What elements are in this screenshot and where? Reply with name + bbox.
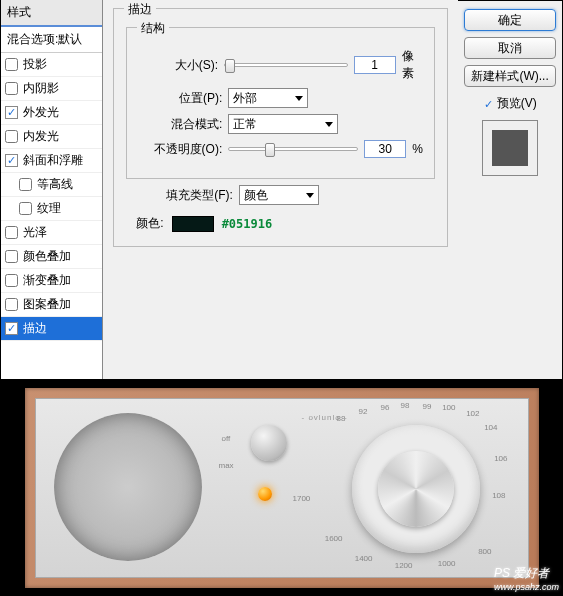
- preview-swatch-box: [482, 120, 538, 176]
- structure-title: 结构: [137, 20, 169, 37]
- style-outer-glow[interactable]: ✓外发光: [1, 101, 102, 125]
- fill-type-label: 填充类型(F):: [166, 187, 233, 204]
- blend-options-default[interactable]: 混合选项:默认: [1, 27, 102, 53]
- speaker-grill: [54, 413, 202, 561]
- max-label: max: [219, 461, 234, 470]
- tuning-dial: [352, 425, 480, 553]
- slider-thumb[interactable]: [265, 143, 275, 157]
- preview-checkbox-row[interactable]: ✓ 预览(V): [464, 95, 556, 112]
- style-texture[interactable]: 纹理: [1, 197, 102, 221]
- blend-mode-dropdown[interactable]: 正常: [228, 114, 338, 134]
- color-hex: #051916: [222, 217, 273, 231]
- layer-style-dialog: 样式 混合选项:默认 投影 内阴影 ✓外发光 内发光 ✓斜面和浮雕 等高线 纹理…: [0, 0, 563, 379]
- size-label: 大小(S):: [137, 57, 218, 74]
- color-label: 颜色:: [136, 215, 163, 232]
- style-checkbox[interactable]: ✓: [5, 322, 18, 335]
- ok-button[interactable]: 确定: [464, 9, 556, 31]
- freq-label: 96: [381, 403, 390, 412]
- canvas-preview: - ovlunlo - off max 1700 88 92 96 98 99 …: [0, 379, 563, 596]
- chevron-down-icon: [325, 122, 333, 127]
- style-stroke[interactable]: ✓描边: [1, 317, 102, 341]
- preview-swatch: [492, 130, 528, 166]
- opacity-slider[interactable]: [228, 147, 358, 151]
- style-checkbox[interactable]: [5, 130, 18, 143]
- cancel-button[interactable]: 取消: [464, 37, 556, 59]
- freq-label: 1400: [355, 554, 373, 563]
- styles-header: 样式: [1, 0, 102, 27]
- freq-label: 800: [478, 547, 491, 556]
- watermark: PS 爱好者 www.psahz.com: [494, 564, 559, 592]
- freq-label: 106: [494, 454, 507, 463]
- freq-label: 1600: [325, 534, 343, 543]
- preview-checkbox[interactable]: ✓: [484, 97, 493, 111]
- style-inner-glow[interactable]: 内发光: [1, 125, 102, 149]
- new-style-button[interactable]: 新建样式(W)...: [464, 65, 556, 87]
- stroke-settings-panel: 描边 结构 大小(S): 像素 位置(P): 外部 混合模式: 正常: [103, 0, 458, 379]
- style-checkbox[interactable]: [19, 202, 32, 215]
- freq-1700: 1700: [293, 494, 311, 503]
- freq-label: 108: [492, 491, 505, 500]
- opacity-input[interactable]: [364, 140, 406, 158]
- style-contour[interactable]: 等高线: [1, 173, 102, 197]
- structure-fieldset: 结构 大小(S): 像素 位置(P): 外部 混合模式: 正常 不透明度(O):: [126, 27, 435, 179]
- freq-label: 1000: [438, 559, 456, 568]
- stroke-fieldset: 描边 结构 大小(S): 像素 位置(P): 外部 混合模式: 正常: [113, 8, 448, 247]
- style-gradient-overlay[interactable]: 渐变叠加: [1, 269, 102, 293]
- style-checkbox[interactable]: [5, 226, 18, 239]
- freq-label: 104: [484, 423, 497, 432]
- blend-mode-label: 混合模式:: [137, 116, 222, 133]
- volume-knob: [251, 425, 287, 461]
- style-inner-shadow[interactable]: 内阴影: [1, 77, 102, 101]
- style-pattern-overlay[interactable]: 图案叠加: [1, 293, 102, 317]
- dialog-buttons-panel: 确定 取消 新建样式(W)... ✓ 预览(V): [458, 0, 562, 379]
- freq-label: 98: [401, 401, 410, 410]
- power-led: [258, 487, 272, 501]
- size-slider[interactable]: [224, 63, 348, 67]
- freq-label: 102: [466, 409, 479, 418]
- freq-label: 100: [442, 403, 455, 412]
- preview-label: 预览(V): [497, 95, 537, 112]
- styles-list-panel: 样式 混合选项:默认 投影 内阴影 ✓外发光 内发光 ✓斜面和浮雕 等高线 纹理…: [0, 0, 103, 379]
- stroke-title: 描边: [124, 1, 156, 18]
- style-satin[interactable]: 光泽: [1, 221, 102, 245]
- freq-label: 92: [359, 407, 368, 416]
- position-label: 位置(P):: [137, 90, 222, 107]
- radio-frame: - ovlunlo - off max 1700 88 92 96 98 99 …: [25, 388, 539, 588]
- color-swatch[interactable]: [172, 216, 214, 232]
- slider-thumb[interactable]: [225, 59, 235, 73]
- style-color-overlay[interactable]: 颜色叠加: [1, 245, 102, 269]
- off-label: off: [222, 434, 231, 443]
- size-unit: 像素: [402, 48, 425, 82]
- style-checkbox[interactable]: [5, 58, 18, 71]
- size-input[interactable]: [354, 56, 396, 74]
- opacity-label: 不透明度(O):: [137, 141, 222, 158]
- chevron-down-icon: [306, 193, 314, 198]
- style-checkbox[interactable]: [5, 274, 18, 287]
- chevron-down-icon: [295, 96, 303, 101]
- style-checkbox[interactable]: [19, 178, 32, 191]
- style-drop-shadow[interactable]: 投影: [1, 53, 102, 77]
- fill-type-dropdown[interactable]: 颜色: [239, 185, 319, 205]
- freq-label: 88: [337, 414, 346, 423]
- style-checkbox[interactable]: ✓: [5, 154, 18, 167]
- style-bevel-emboss[interactable]: ✓斜面和浮雕: [1, 149, 102, 173]
- position-dropdown[interactable]: 外部: [228, 88, 308, 108]
- style-checkbox[interactable]: [5, 298, 18, 311]
- style-checkbox[interactable]: [5, 250, 18, 263]
- style-checkbox[interactable]: ✓: [5, 106, 18, 119]
- freq-label: 99: [423, 402, 432, 411]
- style-checkbox[interactable]: [5, 82, 18, 95]
- freq-label: 1200: [395, 561, 413, 570]
- opacity-unit: %: [412, 142, 423, 156]
- radio-face: - ovlunlo - off max 1700 88 92 96 98 99 …: [35, 398, 529, 578]
